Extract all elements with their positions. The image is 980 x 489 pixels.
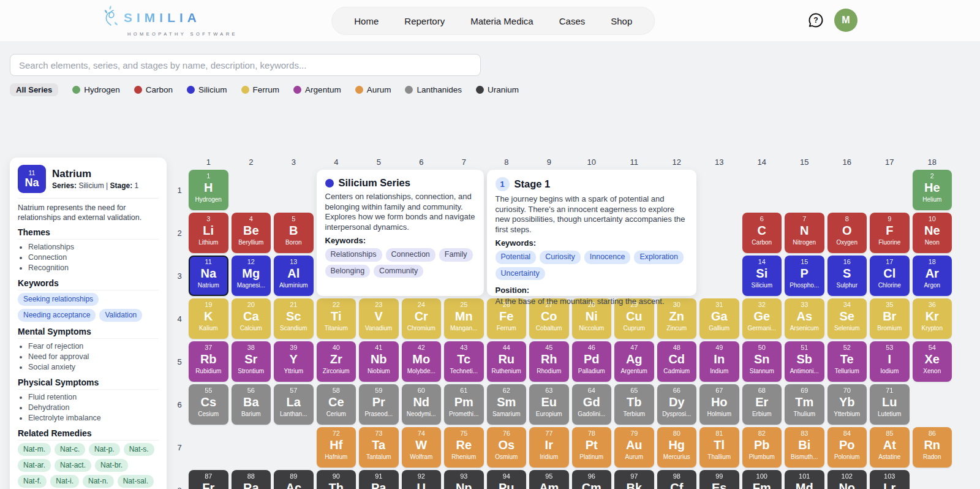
element-tile-po[interactable]: 84PoPolonium	[827, 427, 867, 468]
element-tile-ga[interactable]: 31GaGallium	[699, 298, 739, 339]
element-tile-tm[interactable]: 69TmThulium	[785, 384, 824, 425]
remedy-pill-nat-m-[interactable]: Nat-m.	[18, 443, 51, 456]
legend-item-silicium[interactable]: Silicium	[187, 85, 227, 94]
element-tile-h[interactable]: 1HHydrogen	[189, 170, 228, 210]
element-tile-al[interactable]: 13AlAluminium	[274, 256, 314, 296]
element-tile-ge[interactable]: 32GeGermani...	[742, 298, 782, 339]
element-tile-fr[interactable]: 87FrFrancium	[189, 470, 228, 489]
element-tile-pu[interactable]: 94PuPlutonium	[487, 470, 527, 489]
nav-item-materia-medica[interactable]: Materia Medica	[470, 16, 533, 26]
element-tile-mo[interactable]: 42MoMolybde...	[402, 341, 442, 382]
element-tile-ar[interactable]: 18ArArgon	[913, 256, 952, 296]
remedy-pill-nat-act-[interactable]: Nat-act.	[55, 459, 91, 472]
element-tile-rh[interactable]: 45RhRhodium	[529, 341, 569, 382]
element-tile-sb[interactable]: 51SbAntimoni...	[785, 341, 824, 382]
element-tile-pb[interactable]: 82PbPlumbum	[742, 427, 782, 468]
remedy-pill-nat-p-[interactable]: Nat-p.	[89, 443, 120, 456]
element-tile-sc[interactable]: 21ScScandium	[274, 298, 314, 339]
element-tile-he[interactable]: 2HeHelium	[913, 170, 952, 210]
element-tile-hg[interactable]: 80HgMercurius	[657, 427, 697, 468]
element-tile-p[interactable]: 15PPhospho...	[785, 256, 824, 296]
element-tile-eu[interactable]: 63EuEuropium	[529, 384, 569, 425]
element-tile-yb[interactable]: 70YbYtterbium	[827, 384, 867, 425]
element-tile-y[interactable]: 39YYttrium	[274, 341, 314, 382]
element-tile-at[interactable]: 85AtAstatine	[870, 427, 910, 468]
element-tile-zr[interactable]: 40ZrZirconium	[317, 341, 356, 382]
legend-item-uranium[interactable]: Uranium	[476, 85, 519, 94]
element-tile-tc[interactable]: 43TcTechneti...	[444, 341, 484, 382]
element-tile-te[interactable]: 52TeTellurium	[827, 341, 867, 382]
nav-item-home[interactable]: Home	[354, 16, 379, 26]
search-input[interactable]	[10, 54, 481, 76]
element-tile-mg[interactable]: 12MgMagnesi...	[232, 256, 271, 296]
legend-item-ferrum[interactable]: Ferrum	[241, 85, 280, 94]
element-tile-au[interactable]: 79AuAurum	[614, 427, 654, 468]
element-tile-kr[interactable]: 36KrKrypton	[913, 298, 952, 339]
element-tile-cl[interactable]: 17ClChlorine	[870, 256, 910, 296]
element-tile-li[interactable]: 3LiLithium	[189, 213, 228, 253]
element-tile-np[interactable]: 93NpNeptunium	[444, 470, 484, 489]
element-tile-pm[interactable]: 61PmPromethi...	[444, 384, 484, 425]
element-tile-lr[interactable]: 103LrLawrenci...	[870, 470, 910, 489]
element-tile-sn[interactable]: 50SnStannum	[742, 341, 782, 382]
element-tile-cs[interactable]: 55CsCesium	[189, 384, 228, 425]
element-tile-cm[interactable]: 96CmCurium	[572, 470, 612, 489]
remedy-pill-nat-s-[interactable]: Nat-s.	[124, 443, 154, 456]
element-tile-b[interactable]: 5BBoron	[274, 213, 314, 253]
element-tile-rn[interactable]: 86RnRadon	[913, 427, 952, 468]
element-tile-ho[interactable]: 67HoHolmium	[699, 384, 739, 425]
help-icon[interactable]: ?	[807, 12, 824, 29]
element-tile-br[interactable]: 35BrBromium	[870, 298, 910, 339]
legend-item-lanthanides[interactable]: Lanthanides	[405, 85, 462, 94]
element-tile-f[interactable]: 9FFluorine	[870, 213, 910, 253]
filter-all-series[interactable]: All Series	[10, 83, 58, 96]
element-tile-bk[interactable]: 97BkBerkelium	[614, 470, 654, 489]
nav-item-shop[interactable]: Shop	[611, 16, 632, 26]
element-tile-si[interactable]: 14SiSilicium	[742, 256, 782, 296]
legend-item-aurum[interactable]: Aurum	[355, 85, 391, 94]
element-tile-c[interactable]: 6CCarbon	[742, 213, 782, 253]
element-tile-ba[interactable]: 56BaBarium	[232, 384, 271, 425]
element-tile-cf[interactable]: 98CfCaliforni...	[657, 470, 697, 489]
element-tile-k[interactable]: 19KKalium	[189, 298, 228, 339]
element-tile-sr[interactable]: 38SrStrontium	[232, 341, 271, 382]
element-tile-pt[interactable]: 78PtPlatinum	[572, 427, 612, 468]
element-tile-xe[interactable]: 54XeXenon	[913, 341, 952, 382]
element-tile-ti[interactable]: 22TiTitanium	[317, 298, 356, 339]
remedy-pill-nat-f-[interactable]: Nat-f.	[18, 475, 47, 488]
element-tile-fm[interactable]: 100FmFermium	[742, 470, 782, 489]
element-tile-gd[interactable]: 64GdGadolini...	[572, 384, 612, 425]
element-tile-n[interactable]: 7NNitrogen	[785, 213, 824, 253]
element-tile-sm[interactable]: 62SmSamarium	[487, 384, 527, 425]
element-tile-o[interactable]: 8OOxygen	[827, 213, 867, 253]
element-tile-in[interactable]: 49InIndium	[699, 341, 739, 382]
element-tile-be[interactable]: 4BeBeryllium	[232, 213, 271, 253]
element-tile-tl[interactable]: 81TlThallium	[699, 427, 739, 468]
element-tile-bi[interactable]: 83BiBismuth...	[785, 427, 824, 468]
element-tile-hf[interactable]: 72HfHafnium	[317, 427, 356, 468]
element-tile-lu[interactable]: 71LuLutetium	[870, 384, 910, 425]
element-tile-th[interactable]: 90ThThorium	[317, 470, 356, 489]
element-tile-ru[interactable]: 44RuRuthenium	[487, 341, 527, 382]
element-tile-nd[interactable]: 60NdNeodymi...	[402, 384, 442, 425]
element-tile-rb[interactable]: 37RbRubidium	[189, 341, 228, 382]
element-tile-md[interactable]: 101MdMendele...	[785, 470, 824, 489]
element-tile-ir[interactable]: 77IrIridium	[529, 427, 569, 468]
element-tile-pa[interactable]: 91PaProtactin...	[359, 470, 399, 489]
element-tile-ne[interactable]: 10NeNeon	[913, 213, 952, 253]
element-tile-mn[interactable]: 25MnMangan...	[444, 298, 484, 339]
element-tile-na[interactable]: 11NaNatrium	[189, 256, 228, 296]
remedy-pill-nat-ar-[interactable]: Nat-ar.	[18, 459, 51, 472]
legend-item-carbon[interactable]: Carbon	[134, 85, 173, 94]
element-tile-ca[interactable]: 20CaCalcium	[232, 298, 271, 339]
legend-item-argentum[interactable]: Argentum	[293, 85, 341, 94]
element-tile-ta[interactable]: 73TaTantalum	[359, 427, 399, 468]
element-tile-os[interactable]: 76OsOsmium	[487, 427, 527, 468]
element-tile-ra[interactable]: 88RaRadium	[232, 470, 271, 489]
remedy-pill-nat-n-[interactable]: Nat-n.	[83, 475, 114, 488]
remedy-pill-nat-sal-[interactable]: Nat-sal.	[118, 475, 154, 488]
element-tile-nb[interactable]: 41NbNiobium	[359, 341, 399, 382]
element-tile-re[interactable]: 75ReRhenium	[444, 427, 484, 468]
element-tile-la[interactable]: 57LaLanthan...	[274, 384, 314, 425]
element-tile-s[interactable]: 16SSulphur	[827, 256, 867, 296]
